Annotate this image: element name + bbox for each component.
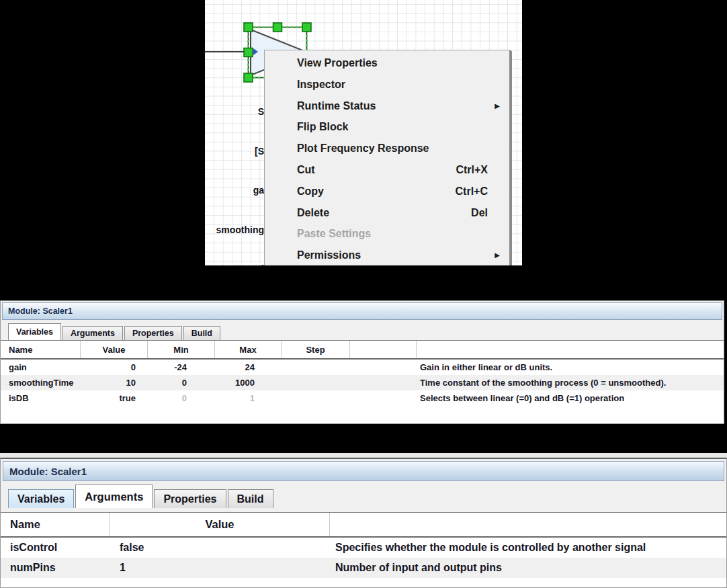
tab-label: Build <box>237 493 264 505</box>
menu-item-label: Flip Block <box>297 121 348 132</box>
tab-build[interactable]: Build <box>228 489 273 508</box>
cell-description: Specifies whether the module is controll… <box>330 542 726 554</box>
menu-item-label: Plot Frequency Response <box>297 142 429 154</box>
menu-shortcut: Ctrl+X <box>456 159 488 181</box>
panel-title: Module: Scaler1 <box>8 306 73 316</box>
menu-item-label: Paste Settings <box>297 228 371 239</box>
tab-label: Arguments <box>71 329 115 338</box>
column-header-name[interactable]: Name <box>1 513 110 536</box>
block-caption-line: ga <box>205 184 264 198</box>
table-row-smoothingtime[interactable]: smoothingTime 10 0 1000 Time constant of… <box>1 375 724 390</box>
tab-arguments[interactable]: Arguments <box>62 326 123 340</box>
tab-properties[interactable]: Properties <box>124 326 182 340</box>
cell-value[interactable]: 0 <box>81 362 148 372</box>
menu-item-label: Copy <box>297 185 324 197</box>
tab-arguments[interactable]: Arguments <box>75 485 153 508</box>
menu-item-view-properties[interactable]: View Properties <box>265 52 509 74</box>
menu-shortcut: Del <box>471 202 488 224</box>
module-variables-panel: Module: Scaler1 Variables Arguments Prop… <box>0 300 724 424</box>
submenu-arrow-icon: ▶ <box>495 95 500 117</box>
cell-name: isControl <box>1 542 110 554</box>
panel-title: Module: Scaler1 <box>9 466 87 477</box>
menu-item-inspector[interactable]: Inspector <box>265 74 509 95</box>
column-header-value[interactable]: Value <box>110 513 330 536</box>
tab-properties[interactable]: Properties <box>154 489 226 508</box>
table-row-numpins[interactable]: numPins 1 Number of input and output pin… <box>1 558 726 578</box>
tab-build[interactable]: Build <box>183 326 220 340</box>
menu-item-permissions[interactable]: Permissions ▶ <box>265 245 509 265</box>
block-caption-line: S <box>205 106 264 119</box>
table-row-isdb[interactable]: isDB true 0 1 Selects between linear (=0… <box>1 390 724 406</box>
tab-label: Variables <box>17 493 65 505</box>
handle-mid-left[interactable] <box>244 48 253 57</box>
cell-min: 0 <box>148 393 215 403</box>
cell-value[interactable]: 1 <box>110 562 330 574</box>
block-caption-line: [S <box>205 145 264 159</box>
tab-label: Properties <box>163 493 216 505</box>
block-caption-line: smoothing <box>205 224 264 237</box>
column-header-value[interactable]: Value <box>81 341 148 358</box>
menu-item-flip-block[interactable]: Flip Block <box>265 116 509 138</box>
tab-label: Variables <box>16 327 53 337</box>
cell-name: numPins <box>1 562 110 574</box>
panel-titlebar: Module: Scaler1 <box>2 302 722 320</box>
module-arguments-panel: Module: Scaler1 Variables Arguments Prop… <box>0 458 727 588</box>
cell-value[interactable]: true <box>81 393 148 403</box>
cell-max[interactable]: 24 <box>215 362 282 372</box>
cell-description: Number of input and output pins <box>330 562 726 574</box>
column-header-max[interactable]: Max <box>215 341 282 358</box>
menu-item-label: Delete <box>297 207 329 218</box>
menu-item-paste-settings: Paste Settings <box>265 223 509 245</box>
tab-label: Arguments <box>85 491 143 503</box>
cell-min[interactable]: 0 <box>148 378 215 388</box>
menu-item-label: Inspector <box>297 79 345 90</box>
handle-top-mid[interactable] <box>273 23 282 32</box>
column-header-description <box>417 341 724 358</box>
menu-item-copy[interactable]: Copy Ctrl+C <box>265 181 509 202</box>
menu-item-label: Cut <box>297 164 315 175</box>
menu-item-plot-frequency-response[interactable]: Plot Frequency Response <box>265 138 509 159</box>
cell-name: isDB <box>1 393 81 403</box>
tab-bar: Variables Arguments Properties Build <box>3 481 724 508</box>
table-row-gain[interactable]: gain 0 -24 24 Gain in either linear or d… <box>1 360 724 375</box>
cell-name: gain <box>1 362 81 372</box>
table-header: Name Value <box>1 512 726 538</box>
block-caption: S [S ga smoothing i <box>205 79 264 265</box>
menu-item-runtime-status[interactable]: Runtime Status ▶ <box>265 95 509 117</box>
tab-variables[interactable]: Variables <box>8 323 61 340</box>
column-header-name[interactable]: Name <box>1 341 81 358</box>
cell-max: 1 <box>215 393 282 403</box>
panel-titlebar: Module: Scaler1 <box>3 461 724 481</box>
column-header-spacer <box>350 341 417 358</box>
cell-min[interactable]: -24 <box>148 362 215 372</box>
tab-variables[interactable]: Variables <box>8 489 74 508</box>
schematic-canvas[interactable]: S [S ga smoothing i View Properties Insp… <box>205 0 522 265</box>
cell-max[interactable]: 1000 <box>215 378 282 388</box>
cell-description: Gain in either linear or dB units. <box>417 362 724 372</box>
handle-top-right[interactable] <box>302 23 311 32</box>
cell-name: smoothingTime <box>1 378 81 388</box>
menu-item-cut[interactable]: Cut Ctrl+X <box>265 159 509 181</box>
cell-description: Time constant of the smoothing process (… <box>417 378 724 388</box>
submenu-arrow-icon: ▶ <box>495 245 500 265</box>
column-header-description <box>330 513 726 536</box>
tab-label: Build <box>191 329 212 338</box>
block-caption-line: i <box>205 263 264 265</box>
menu-item-label: View Properties <box>297 57 378 69</box>
cell-value[interactable]: 10 <box>81 378 148 388</box>
menu-item-label: Runtime Status <box>297 100 376 112</box>
context-menu: View Properties Inspector Runtime Status… <box>264 50 511 265</box>
cell-value[interactable]: false <box>110 542 330 554</box>
tab-label: Properties <box>132 329 174 338</box>
panel-chrome: Module: Scaler1 Variables Arguments Prop… <box>1 301 724 340</box>
tab-bar: Variables Arguments Properties Build <box>2 321 722 340</box>
handle-top-left[interactable] <box>244 23 253 32</box>
column-header-step[interactable]: Step <box>282 341 350 358</box>
menu-item-label: Permissions <box>297 249 361 261</box>
table-row-iscontrol[interactable]: isControl false Specifies whether the mo… <box>1 538 726 558</box>
cell-description: Selects between linear (=0) and dB (=1) … <box>417 393 724 403</box>
menu-item-delete[interactable]: Delete Del <box>265 202 509 224</box>
column-header-min[interactable]: Min <box>148 341 215 358</box>
menu-shortcut: Ctrl+C <box>456 181 488 202</box>
window-edge-strip <box>0 453 727 458</box>
